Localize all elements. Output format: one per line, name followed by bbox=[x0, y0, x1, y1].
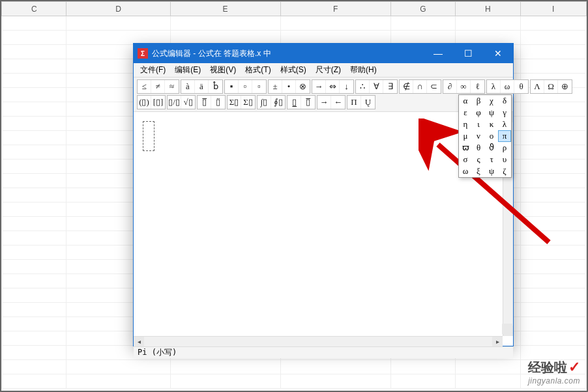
toolbar-button[interactable]: ▫ bbox=[239, 80, 252, 93]
toolbar-button[interactable]: √▯ bbox=[181, 96, 195, 109]
greek-letter-ψ[interactable]: ψ bbox=[485, 165, 498, 177]
col-header[interactable]: D bbox=[66, 2, 170, 16]
table-row[interactable] bbox=[2, 374, 587, 389]
menu-view[interactable]: 视图(V) bbox=[206, 63, 240, 77]
greek-letter-υ[interactable]: υ bbox=[498, 154, 511, 165]
toolbar-button[interactable]: Σ▯ bbox=[228, 96, 241, 109]
toolbar-button[interactable]: • bbox=[282, 80, 296, 93]
toolbar-button[interactable]: ⇔ bbox=[326, 80, 340, 93]
table-row[interactable] bbox=[2, 16, 587, 31]
toolbar-button[interactable]: ▪ bbox=[225, 80, 239, 93]
toolbar-button[interactable]: ⊂ bbox=[427, 80, 441, 93]
scroll-track[interactable] bbox=[144, 337, 492, 346]
greek-letter-ι[interactable]: ι bbox=[472, 119, 485, 130]
greek-letter-λ[interactable]: λ bbox=[498, 119, 511, 130]
toolbar-button[interactable]: → bbox=[312, 80, 326, 93]
greek-letter-φ[interactable]: φ bbox=[472, 107, 485, 119]
greek-letter-ο[interactable]: ο bbox=[485, 130, 498, 142]
toolbar-button[interactable]: θ bbox=[514, 80, 528, 93]
scroll-right-icon[interactable]: ▸ bbox=[492, 337, 503, 346]
toolbar-button[interactable]: Ų bbox=[361, 96, 375, 109]
toolbar-button[interactable]: Π bbox=[347, 96, 361, 109]
col-header[interactable]: F bbox=[280, 2, 390, 16]
table-row[interactable] bbox=[2, 360, 587, 374]
greek-letter-γ[interactable]: γ bbox=[498, 107, 511, 119]
greek-letter-κ[interactable]: κ bbox=[485, 119, 498, 130]
toolbar-button[interactable]: ∞ bbox=[457, 80, 471, 93]
toolbar-button[interactable]: ▯̅ bbox=[198, 96, 211, 109]
toolbar-button[interactable]: ▫ bbox=[252, 80, 266, 93]
toolbar-button[interactable]: ∫▯ bbox=[257, 96, 271, 109]
toolbar-button[interactable]: ← bbox=[331, 96, 345, 109]
toolbar-button[interactable]: ▯/▯ bbox=[168, 96, 181, 109]
greek-letter-ω[interactable]: ω bbox=[459, 165, 472, 177]
menu-edit[interactable]: 编辑(E) bbox=[171, 63, 205, 77]
col-header[interactable]: C bbox=[2, 2, 66, 16]
menu-size[interactable]: 尺寸(Z) bbox=[312, 63, 345, 77]
greek-letter-ϑ[interactable]: ϑ bbox=[485, 142, 498, 154]
toolbar-button[interactable]: ⊕ bbox=[558, 80, 572, 93]
greek-letter-τ[interactable]: τ bbox=[485, 154, 498, 165]
equation-input-slot[interactable] bbox=[143, 121, 154, 151]
col-header[interactable]: I bbox=[520, 2, 586, 16]
toolbar-button[interactable]: ∮▯ bbox=[271, 96, 285, 109]
toolbar-button[interactable]: ↓ bbox=[340, 80, 353, 93]
greek-letter-σ[interactable]: σ bbox=[459, 154, 472, 165]
toolbar-button[interactable]: ∉ bbox=[400, 80, 413, 93]
col-header[interactable]: G bbox=[390, 2, 455, 16]
toolbar-button[interactable]: à bbox=[181, 80, 195, 93]
greek-letter-β[interactable]: β bbox=[472, 95, 485, 107]
toolbar-button[interactable]: Ω bbox=[544, 80, 558, 93]
greek-letter-χ[interactable]: χ bbox=[485, 95, 498, 107]
greek-letter-ψ[interactable]: ψ bbox=[485, 107, 498, 119]
toolbar-button[interactable]: ⊗ bbox=[296, 80, 310, 93]
greek-letter-ξ[interactable]: ξ bbox=[472, 165, 485, 177]
toolbar-button[interactable]: [▯] bbox=[151, 96, 165, 109]
scroll-left-icon[interactable]: ◂ bbox=[134, 337, 144, 346]
toolbar-button[interactable]: ∃ bbox=[383, 80, 397, 93]
toolbar-button[interactable]: ā bbox=[195, 80, 209, 93]
toolbar-button[interactable]: ∩ bbox=[413, 80, 427, 93]
greek-letter-α[interactable]: α bbox=[459, 95, 472, 107]
greek-letter-ρ[interactable]: ρ bbox=[498, 142, 511, 154]
toolbar-button[interactable]: ▯̲ bbox=[287, 96, 301, 109]
greek-letter-δ[interactable]: δ bbox=[498, 95, 511, 107]
greek-letter-ζ[interactable]: ζ bbox=[498, 165, 511, 177]
greek-letter-θ[interactable]: θ bbox=[472, 142, 485, 154]
horizontal-scrollbar[interactable]: ◂ ▸ bbox=[134, 336, 503, 346]
greek-letter-ε[interactable]: ε bbox=[459, 107, 472, 119]
toolbar-button[interactable]: ≈ bbox=[165, 80, 179, 93]
menu-file[interactable]: 文件(F) bbox=[136, 63, 169, 77]
toolbar-button[interactable]: Σ▯ bbox=[241, 96, 255, 109]
equation-canvas[interactable] bbox=[134, 112, 503, 336]
menu-help[interactable]: 帮助(H) bbox=[346, 63, 381, 77]
toolbar-button[interactable]: b̂ bbox=[209, 80, 222, 93]
col-header[interactable]: E bbox=[170, 2, 280, 16]
toolbar-button[interactable]: ≤ bbox=[138, 80, 151, 93]
greek-letter-ϖ[interactable]: ϖ bbox=[459, 142, 472, 154]
toolbar-button[interactable]: Λ bbox=[531, 80, 544, 93]
toolbar-button[interactable]: ∂ bbox=[443, 80, 457, 93]
titlebar[interactable]: Σ 公式编辑器 - 公式在 答题表格.x 中 — ☐ ✕ bbox=[134, 44, 513, 63]
menu-style[interactable]: 样式(S) bbox=[276, 63, 310, 77]
toolbar-button[interactable]: λ bbox=[487, 80, 501, 93]
toolbar-button[interactable]: ∴ bbox=[356, 80, 370, 93]
toolbar-button[interactable]: ω bbox=[501, 80, 514, 93]
greek-letter-ν[interactable]: ν bbox=[472, 130, 485, 142]
close-button[interactable]: ✕ bbox=[483, 44, 513, 63]
greek-letter-π[interactable]: π bbox=[498, 130, 511, 142]
greek-letter-ς[interactable]: ς bbox=[472, 154, 485, 165]
toolbar-button[interactable]: (▯) bbox=[138, 96, 151, 109]
toolbar-button[interactable]: ▯̈ bbox=[211, 96, 225, 109]
maximize-button[interactable]: ☐ bbox=[453, 44, 483, 63]
toolbar-button[interactable]: ∀ bbox=[370, 80, 383, 93]
menu-format[interactable]: 格式(T) bbox=[241, 63, 274, 77]
col-header[interactable]: H bbox=[456, 2, 520, 16]
toolbar-button[interactable]: → bbox=[317, 96, 331, 109]
minimize-button[interactable]: — bbox=[423, 44, 453, 63]
toolbar-button[interactable]: ± bbox=[269, 80, 282, 93]
toolbar-button[interactable]: ℓ bbox=[471, 80, 484, 93]
greek-letter-μ[interactable]: μ bbox=[459, 130, 472, 142]
greek-letter-η[interactable]: η bbox=[459, 119, 472, 130]
toolbar-button[interactable]: ▯̅ bbox=[301, 96, 315, 109]
